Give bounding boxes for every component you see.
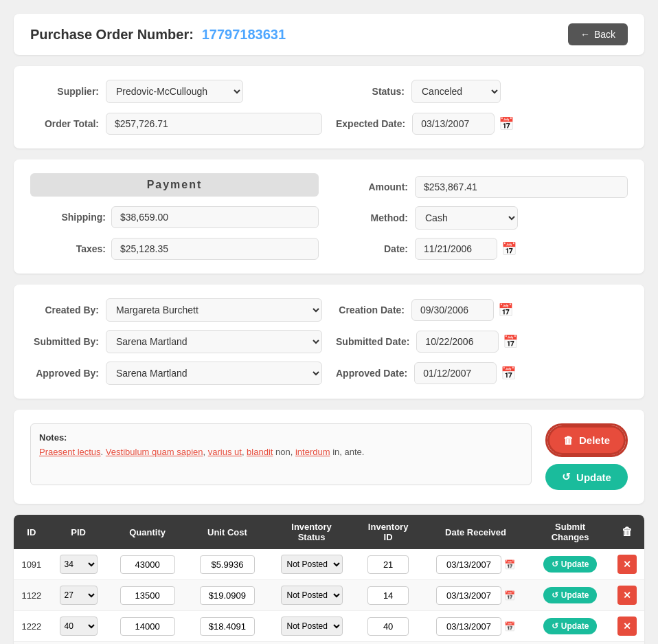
- quantity-input[interactable]: [120, 586, 175, 605]
- cell-pid[interactable]: 40: [49, 611, 108, 642]
- col-inventory-status: InventoryStatus: [267, 515, 356, 549]
- cell-pid[interactable]: 27: [49, 580, 108, 611]
- creation-date-calendar-icon[interactable]: 📅: [498, 302, 513, 318]
- delete-label: Delete: [579, 434, 610, 446]
- supplier-select[interactable]: Predovic-McCullough: [106, 80, 243, 103]
- cell-row-delete[interactable]: ✕: [609, 580, 644, 611]
- cell-update[interactable]: ↺ Update: [531, 611, 610, 642]
- back-label: Back: [594, 29, 615, 40]
- expected-date-input[interactable]: [412, 113, 495, 135]
- cell-pid[interactable]: 34: [49, 549, 108, 580]
- order-total-input[interactable]: [106, 113, 322, 135]
- creation-date-input[interactable]: [411, 299, 494, 321]
- submitted-date-input[interactable]: [416, 331, 499, 353]
- status-select[interactable]: Canceled: [411, 80, 501, 103]
- amount-label: Amount:: [339, 181, 408, 192]
- expected-date-calendar-icon[interactable]: 📅: [499, 116, 514, 131]
- cell-update[interactable]: ↺ Update: [531, 549, 610, 580]
- approved-date-input[interactable]: [414, 362, 497, 384]
- inventory-id-input[interactable]: [367, 617, 409, 636]
- quantity-input[interactable]: [120, 617, 175, 636]
- inventory-status-select[interactable]: Not Posted: [281, 555, 343, 574]
- cell-unit-cost[interactable]: [188, 611, 267, 642]
- col-delete: 🗑: [609, 515, 644, 549]
- date-received-input[interactable]: [436, 617, 501, 636]
- col-id: ID: [14, 515, 49, 549]
- inventory-status-select[interactable]: Not Posted: [281, 617, 343, 636]
- date-received-calendar-icon[interactable]: 📅: [504, 559, 515, 570]
- quantity-input[interactable]: [120, 555, 175, 574]
- table-row: 1222 40 Not Posted: [14, 611, 644, 642]
- cell-date-received[interactable]: 📅: [420, 611, 531, 642]
- amount-input[interactable]: [415, 176, 628, 198]
- cell-unit-cost[interactable]: [188, 549, 267, 580]
- table-row: 1091 34 Not Posted: [14, 549, 644, 580]
- taxes-label: Taxes:: [30, 243, 106, 254]
- cell-inventory-status[interactable]: Not Posted: [267, 580, 356, 611]
- row-update-button[interactable]: ↺ Update: [543, 618, 598, 634]
- cell-id: 1122: [14, 580, 49, 611]
- inventory-id-input[interactable]: [367, 586, 409, 605]
- cell-date-received[interactable]: 📅: [420, 580, 531, 611]
- row-update-button[interactable]: ↺ Update: [543, 556, 598, 573]
- taxes-input[interactable]: [111, 238, 319, 260]
- method-select[interactable]: Cash: [415, 206, 518, 230]
- row-delete-button[interactable]: ✕: [617, 555, 637, 574]
- approved-date-label: Approved Date:: [336, 368, 407, 379]
- row-delete-button[interactable]: ✕: [617, 586, 637, 605]
- notes-label: Notes:: [39, 432, 523, 443]
- po-number: 17797183631: [202, 27, 286, 42]
- row-delete-button[interactable]: ✕: [617, 617, 637, 636]
- inventory-id-input[interactable]: [367, 555, 409, 574]
- cell-inventory-id[interactable]: [356, 580, 420, 611]
- unit-cost-input[interactable]: [200, 555, 255, 574]
- trash-icon: 🗑: [563, 434, 574, 446]
- approved-by-select[interactable]: Sarena Martland: [106, 362, 322, 385]
- order-total-label: Order Total:: [30, 118, 99, 129]
- refresh-icon: ↺: [562, 471, 571, 483]
- shipping-input[interactable]: [111, 206, 319, 228]
- cell-inventory-id[interactable]: [356, 549, 420, 580]
- row-update-button[interactable]: ↺ Update: [543, 587, 598, 603]
- shipping-label: Shipping:: [30, 212, 106, 223]
- cell-quantity[interactable]: [107, 549, 187, 580]
- back-button[interactable]: ← Back: [568, 23, 628, 45]
- date-received-calendar-icon[interactable]: 📅: [504, 621, 515, 632]
- created-by-select[interactable]: Margareta Burchett: [106, 298, 322, 322]
- delete-button[interactable]: 🗑 Delete: [547, 425, 626, 455]
- cell-date-received[interactable]: 📅: [420, 549, 531, 580]
- pid-select[interactable]: 34: [60, 555, 98, 574]
- pid-select[interactable]: 27: [60, 586, 98, 605]
- date-received-input[interactable]: [436, 555, 501, 574]
- unit-cost-input[interactable]: [200, 617, 255, 636]
- payment-date-input[interactable]: [415, 238, 497, 260]
- submitted-date-calendar-icon[interactable]: 📅: [503, 334, 518, 349]
- date-received-calendar-icon[interactable]: 📅: [504, 590, 515, 601]
- submitted-by-select[interactable]: Sarena Martland: [106, 330, 322, 353]
- created-by-label: Created By:: [30, 304, 99, 315]
- update-label: Update: [576, 471, 611, 483]
- cell-update[interactable]: ↺ Update: [531, 580, 610, 611]
- cell-quantity[interactable]: [107, 611, 187, 642]
- unit-cost-input[interactable]: [200, 586, 255, 605]
- approved-date-calendar-icon[interactable]: 📅: [501, 366, 516, 381]
- payment-date-calendar-icon[interactable]: 📅: [501, 241, 517, 256]
- notes-text: Praesent lectus. Vestibulum quam sapien,…: [39, 447, 523, 457]
- cell-row-delete[interactable]: ✕: [609, 611, 644, 642]
- col-submit-changes: SubmitChanges: [531, 515, 610, 549]
- table-row-empty: [14, 642, 644, 645]
- cell-row-delete[interactable]: ✕: [609, 549, 644, 580]
- update-button[interactable]: ↺ Update: [545, 464, 628, 490]
- cell-inventory-status[interactable]: Not Posted: [267, 611, 356, 642]
- cell-unit-cost[interactable]: [188, 580, 267, 611]
- cell-inventory-status[interactable]: Not Posted: [267, 549, 356, 580]
- submitted-by-label: Submitted By:: [30, 336, 99, 347]
- status-label: Status:: [336, 86, 405, 97]
- col-pid: PID: [49, 515, 108, 549]
- date-received-input[interactable]: [436, 586, 501, 605]
- inventory-status-select[interactable]: Not Posted: [281, 586, 343, 605]
- supplier-label: Supplier:: [30, 86, 99, 97]
- cell-quantity[interactable]: [107, 580, 187, 611]
- cell-inventory-id[interactable]: [356, 611, 420, 642]
- pid-select[interactable]: 40: [60, 617, 98, 636]
